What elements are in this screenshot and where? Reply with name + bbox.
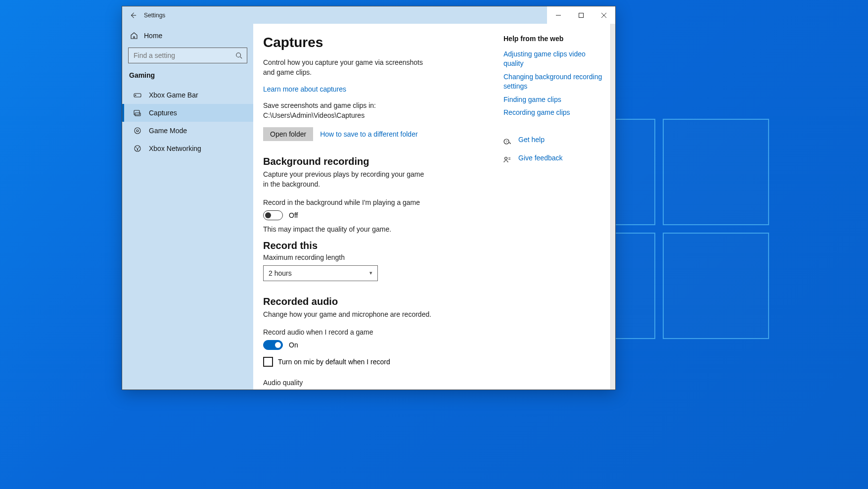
main-pane: Captures Control how you capture your ga…	[253, 24, 615, 390]
sidebar-item-xbox-networking[interactable]: Xbox Networking	[122, 140, 253, 157]
record-audio-toggle[interactable]	[263, 340, 283, 350]
search-icon	[235, 52, 242, 59]
help-link[interactable]: Adjusting game clips video quality	[503, 49, 603, 68]
close-button[interactable]	[593, 6, 615, 24]
feedback-icon	[503, 156, 511, 164]
scrollbar[interactable]	[610, 24, 615, 390]
home-icon	[130, 32, 138, 40]
sidebar-item-label: Xbox Game Bar	[149, 91, 198, 99]
open-folder-button[interactable]: Open folder	[263, 127, 313, 141]
titlebar: Settings	[122, 6, 615, 24]
maximize-button[interactable]	[570, 6, 593, 24]
audio-quality-label: Audio quality	[263, 379, 492, 387]
help-link[interactable]: Recording game clips	[503, 108, 603, 117]
sidebar: Home Gaming Xbox Game Bar	[122, 24, 253, 390]
learn-more-link[interactable]: Learn more about captures	[263, 85, 346, 93]
background-recording-heading: Background recording	[263, 156, 492, 167]
background-recording-desc: Capture your previous plays by recording…	[263, 169, 426, 190]
page-title: Captures	[263, 35, 492, 50]
sidebar-home-label: Home	[144, 32, 162, 40]
game-mode-icon	[133, 127, 142, 135]
settings-window: Settings Home	[122, 6, 616, 390]
chevron-down-icon: ▾	[369, 270, 372, 276]
svg-point-6	[137, 130, 138, 132]
arrow-left-icon	[130, 12, 137, 19]
close-icon	[601, 13, 606, 18]
svg-point-7	[135, 146, 140, 151]
recorded-audio-desc: Change how your game and microphone are …	[263, 309, 436, 319]
recorded-audio-heading: Recorded audio	[263, 296, 492, 307]
maximize-icon	[579, 13, 584, 18]
svg-point-1	[236, 53, 241, 57]
help-link[interactable]: Finding game clips	[503, 95, 603, 104]
sidebar-home[interactable]: Home	[122, 27, 253, 45]
minimize-icon	[556, 13, 561, 18]
give-feedback-link[interactable]: Give feedback	[518, 153, 563, 163]
sidebar-item-label: Game Mode	[149, 127, 187, 135]
game-bar-icon	[133, 91, 142, 99]
toggle-state-label: Off	[289, 211, 298, 219]
search-input[interactable]	[128, 48, 247, 63]
record-audio-toggle-label: Record audio when I record a game	[263, 328, 492, 336]
sidebar-item-game-mode[interactable]: Game Mode	[122, 122, 253, 140]
captures-icon	[133, 109, 142, 117]
background-recording-toggle[interactable]	[263, 210, 283, 220]
sidebar-item-label: Xbox Networking	[149, 145, 201, 152]
background-warning: This may impact the quality of your game…	[263, 225, 492, 233]
svg-point-5	[135, 128, 140, 134]
select-value: 2 hours	[269, 269, 292, 277]
help-link[interactable]: Changing background recording settings	[503, 72, 603, 91]
xbox-icon	[133, 145, 142, 152]
toggle-state-label: On	[289, 341, 298, 349]
content-column: Captures Control how you capture your ga…	[253, 24, 503, 390]
help-heading: Help from the web	[503, 35, 603, 43]
background-toggle-label: Record in the background while I'm playi…	[263, 198, 492, 206]
different-folder-link[interactable]: How to save to a different folder	[320, 130, 417, 138]
window-controls	[547, 6, 615, 24]
max-recording-length-label: Maximum recording length	[263, 253, 492, 261]
svg-point-10	[505, 157, 507, 159]
mic-default-checkbox[interactable]	[263, 357, 273, 367]
max-recording-length-dropdown[interactable]: 2 hours ▾	[263, 265, 378, 281]
sidebar-category: Gaming	[122, 68, 253, 86]
minimize-button[interactable]	[547, 6, 570, 24]
intro-text: Control how you capture your game via sc…	[263, 57, 436, 78]
window-title: Settings	[144, 12, 165, 19]
get-help-link[interactable]: Get help	[518, 135, 545, 145]
sidebar-item-xbox-game-bar[interactable]: Xbox Game Bar	[122, 86, 253, 104]
get-help-icon: ?	[503, 138, 511, 146]
save-location-text: Save screenshots and game clips in: C:\U…	[263, 100, 431, 121]
mic-default-checkbox-label: Turn on mic by default when I record	[278, 358, 390, 366]
help-column: Help from the web Adjusting game clips v…	[503, 24, 610, 390]
svg-rect-0	[579, 13, 584, 17]
sidebar-item-label: Captures	[149, 109, 177, 117]
svg-text:?: ?	[505, 140, 507, 144]
record-this-heading: Record this	[263, 240, 492, 251]
sidebar-item-captures[interactable]: Captures	[122, 104, 253, 122]
back-button[interactable]	[122, 6, 144, 24]
